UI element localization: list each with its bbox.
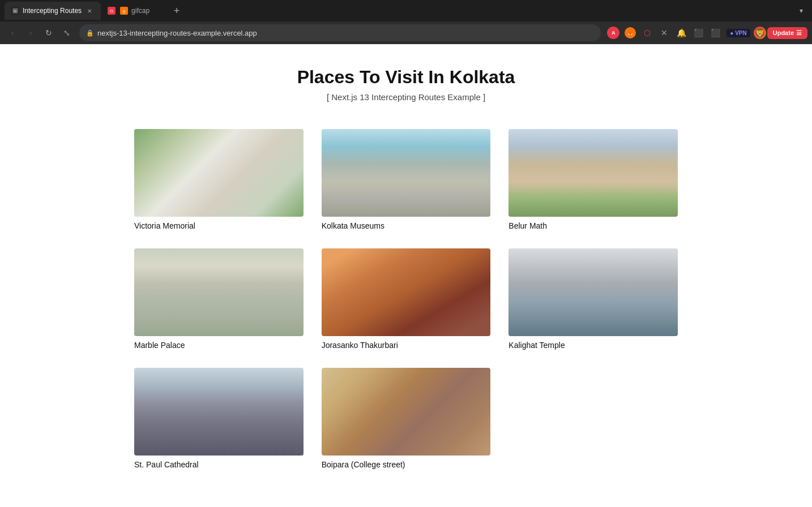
place-image-inner-victoria-memorial [134,129,304,217]
ext-icon-3[interactable]: ✕ [656,25,672,41]
place-image-inner-belur-math [508,129,678,217]
tab-label-1: Intercepting Routes [23,7,82,15]
place-card-jorasanko-thakurbari[interactable]: Jorasanko Thakurbari [322,248,491,350]
url-display: nextjs-13-intercepting-routes-example.ve… [97,29,594,37]
place-image-inner-marble-palace [134,248,304,336]
page-subtitle: [ Next.js 13 Intercepting Routes Example… [78,92,734,102]
tab-label-2: gifcap [131,7,162,15]
tab-intercepting-routes[interactable]: N Intercepting Routes ✕ [5,2,101,20]
browser-chrome: N Intercepting Routes ✕ G g gifcap + ▾ ‹… [0,0,812,44]
reload-button[interactable]: ↻ [41,25,57,41]
place-image-jorasanko-thakurbari [322,248,491,336]
brave-lion-icon: 🦁 [754,27,766,39]
svg-text:N: N [14,9,16,13]
page-title: Places To Visit In Kolkata [78,67,734,88]
lock-icon: 🔒 [86,29,94,37]
page-content: Places To Visit In Kolkata [ Next.js 13 … [66,44,746,507]
place-card-kalighat-temple[interactable]: Kalighat Temple [508,248,678,350]
add-tab-button[interactable]: + [169,3,185,19]
place-image-inner-jorasanko-thakurbari [322,248,491,336]
place-image-inner-st-paul-cathedral [134,368,304,456]
forward-button[interactable]: › [23,25,39,41]
place-name-st-paul-cathedral: St. Paul Cathedral [134,460,304,469]
back-button[interactable]: ‹ [5,25,20,41]
vpn-badge: ● VPN [726,29,750,37]
place-image-boipara [322,368,491,456]
place-card-boipara[interactable]: Boipara (College street) [322,368,491,469]
place-image-inner-boipara [322,368,491,456]
place-name-kalighat-temple: Kalighat Temple [508,341,678,350]
place-card-st-paul-cathedral[interactable]: St. Paul Cathedral [134,368,304,469]
ext-icon-1[interactable]: 🦊 [622,25,638,41]
place-card-victoria-memorial[interactable]: Victoria Memorial [134,129,304,230]
ext-store-icon[interactable]: ⬛ [707,25,723,41]
place-card-marble-palace[interactable]: Marble Palace [134,248,304,350]
bookmark-button[interactable]: ⤡ [59,25,75,41]
places-grid: Victoria MemorialKolkata MuseumsBelur Ma… [134,129,678,469]
profile-avatar: A [607,27,619,39]
tab-overflow-chevron[interactable]: ▾ [795,5,807,17]
vpn-section[interactable]: ● VPN [726,29,750,37]
place-image-kolkata-museums [322,129,491,217]
place-image-st-paul-cathedral [134,368,304,456]
notifications-icon[interactable]: 🔔 [673,25,689,41]
place-image-marble-palace [134,248,304,336]
address-bar[interactable]: 🔒 nextjs-13-intercepting-routes-example.… [79,24,601,41]
hamburger-icon: ☰ [796,29,802,37]
update-button[interactable]: Update ☰ [767,27,807,39]
toolbar: ‹ › ↻ ⤡ 🔒 nextjs-13-intercepting-routes-… [0,22,812,44]
place-name-victoria-memorial: Victoria Memorial [134,221,304,230]
place-name-jorasanko-thakurbari: Jorasanko Thakurbari [322,341,491,350]
tab-favicon-2b: g [120,7,128,15]
place-image-inner-kolkata-museums [322,129,491,217]
place-card-belur-math[interactable]: Belur Math [508,129,678,230]
place-image-kalighat-temple [508,248,678,336]
place-image-belur-math [508,129,678,217]
sidebar-icon[interactable]: ⬛ [690,25,706,41]
place-name-kolkata-museums: Kolkata Museums [322,221,491,230]
place-image-victoria-memorial [134,129,304,217]
place-name-belur-math: Belur Math [508,221,678,230]
place-image-inner-kalighat-temple [508,248,678,336]
ext-icon-2[interactable]: ⬡ [639,25,655,41]
place-name-boipara: Boipara (College street) [322,460,491,469]
profile-icon[interactable]: A [605,25,621,41]
place-card-kolkata-museums[interactable]: Kolkata Museums [322,129,491,230]
tab-favicon-1: N [11,7,19,15]
tab-bar: N Intercepting Routes ✕ G g gifcap + ▾ [0,0,812,22]
place-name-marble-palace: Marble Palace [134,341,304,350]
tab-gifcap[interactable]: G g gifcap [101,2,169,20]
ext-avatar-1: 🦊 [625,27,636,38]
toolbar-right: A 🦊 ⬡ ✕ 🔔 ⬛ ⬛ ● VPN 🦁 Update ☰ [605,25,807,41]
tab-favicon-2: G [108,7,116,15]
tab-close-1[interactable]: ✕ [85,6,94,15]
